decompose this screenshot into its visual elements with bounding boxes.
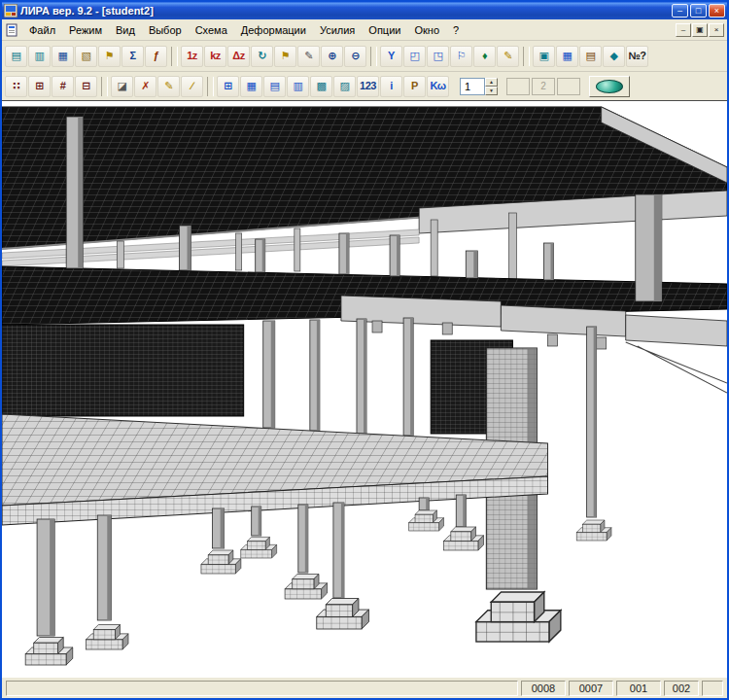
book-report-icon[interactable]: ▤ [579,46,602,67]
menu-forces[interactable]: Усилия [313,21,362,39]
rotate-model-icon[interactable]: ↻ [251,46,273,67]
toolbar-top: ▤▥▦▧⚑Σƒ1zkzΔz↻⚑✎⊕⊖Y◰◳⚐♦✎▣▦▤◆№? [2,41,727,72]
status-end-cell [702,681,723,696]
flag-mark-icon[interactable]: ⚑ [274,46,296,67]
toolbar-button [370,47,376,66]
status-fields: 00080007001002 [521,681,699,696]
toolbar-button [207,77,213,96]
pack-document-icon[interactable]: ▧ [75,46,97,67]
status-field: 0007 [569,681,613,696]
toolbar-button [523,47,529,66]
toolbar-button [171,47,177,66]
window-title: ЛИРА вер. 9.2 - [student2] [20,5,672,17]
menu-items: ФайлРежимВидВыборСхемаДеформацииУсилияОп… [22,21,676,39]
status-message-area [6,681,518,696]
mdi-restore-button[interactable]: ▣ [692,23,708,37]
delete-element-icon[interactable]: ⊟ [75,76,97,97]
menu-select[interactable]: Выбор [142,21,189,39]
menu-view[interactable]: Вид [109,21,142,39]
context-help-icon[interactable]: №? [626,46,648,67]
marker-icon[interactable]: ♦ [473,46,496,67]
flag-sigma-icon[interactable]: Σ [122,46,144,67]
grid-cols-icon[interactable]: ▥ [287,76,309,97]
draw-pencil-icon[interactable]: ✎ [297,46,320,67]
disabled-controls: 2 [506,78,580,95]
render-sphere-icon [596,80,623,93]
spinner-down-button[interactable]: ▼ [485,87,498,95]
menu-scheme[interactable]: Схема [189,21,234,39]
disabled-box [506,78,530,95]
save-view-icon[interactable]: ▦ [556,46,578,67]
new-scheme-icon[interactable]: ▤ [5,46,27,67]
filter-funnel-icon[interactable]: Y [380,46,402,67]
grid-diag-icon[interactable]: ▨ [333,76,356,97]
model-viewport[interactable] [2,101,727,677]
status-field: 002 [664,681,699,696]
toolbar-button [101,77,107,96]
titlebar-close-button[interactable]: × [709,4,725,18]
white-flag-icon[interactable]: ⚐ [450,46,472,67]
mdi-minimize-button[interactable]: – [676,23,691,37]
show-nodes-icon[interactable]: ∷ [5,76,27,97]
open-file-icon[interactable]: ▥ [28,46,51,67]
status-field: 001 [616,681,661,696]
titlebar[interactable]: ЛИРА вер. 9.2 - [student2] –□× [2,2,727,19]
spinner-up-button[interactable]: ▲ [485,78,498,87]
structural-model-svg [2,101,727,677]
ceiling-slab [2,107,727,249]
add-element-icon[interactable]: ⊞ [28,76,51,97]
menu-options[interactable]: Опции [362,21,407,39]
menu-file[interactable]: Файл [22,21,62,39]
mdi-close-button[interactable]: × [709,23,724,37]
app-window: ЛИРА вер. 9.2 - [student2] –□× ФайлРежим… [0,0,729,700]
spatial-model-icon[interactable]: ▣ [533,46,555,67]
window-controls: –□× [672,4,725,18]
axis-1z-icon[interactable]: 1z [181,46,203,67]
disabled-box [557,78,580,95]
cutter-icon[interactable]: ✗ [134,76,156,97]
props-icon[interactable]: P [403,76,426,97]
ruler-icon[interactable]: ∕ [181,76,203,97]
save-file-icon[interactable]: ▦ [52,46,74,67]
menu-window[interactable]: Окно [407,21,446,39]
disabled-box: 2 [532,78,555,95]
mdi-window-controls: –▣× [676,23,724,37]
zoom-out-icon[interactable]: ⊖ [344,46,366,67]
mesh-icon[interactable]: # [52,76,74,97]
eraser-icon[interactable]: ◪ [111,76,133,97]
zoom-in-icon[interactable]: ⊕ [321,46,343,67]
lower-columns [37,495,466,636]
titlebar-maximize-button[interactable]: □ [690,4,707,18]
mesh-wall-blocks [2,325,512,434]
stiffness-icon[interactable]: Kω [427,76,449,97]
grid-hatch-icon[interactable]: ▩ [310,76,332,97]
pencil-icon[interactable]: ✎ [157,76,180,97]
spinner-value[interactable]: 1 [460,78,485,95]
axis-kz-icon[interactable]: kz [204,46,226,67]
flag-f-icon[interactable]: ⚑ [98,46,121,67]
menu-mode[interactable]: Режим [62,21,109,39]
grid-dense-icon[interactable]: ▦ [240,76,262,97]
menu-help[interactable]: ? [446,21,466,39]
axis-dz-icon[interactable]: Δz [227,46,250,67]
render-mode-button[interactable] [589,76,630,97]
package-icon[interactable]: ◆ [603,46,625,67]
flag-fn-icon[interactable]: ƒ [145,46,167,67]
toolbar-bottom: ∷⊞#⊟◪✗✎∕⊞▦▤▥▩▨123iPKω 1 ▲ ▼ 2 [2,72,727,101]
grid-plate-icon[interactable]: ⊞ [217,76,239,97]
grid-rows-icon[interactable]: ▤ [263,76,286,97]
mdi-document-icon [5,23,18,37]
titlebar-minimize-button[interactable]: – [672,4,688,18]
zoom-fragment-icon[interactable]: ◰ [403,46,426,67]
statusbar: 00080007001002 [2,677,727,698]
numbering-icon[interactable]: 123 [357,76,379,97]
menubar: ФайлРежимВидВыборСхемаДеформацииУсилияОп… [2,19,727,41]
status-field: 0008 [521,681,566,696]
display-number-spinner: 1 ▲ ▼ [460,78,498,95]
info-icon[interactable]: i [380,76,402,97]
app-icon [4,4,17,18]
annotate-pen-icon[interactable]: ✎ [497,46,519,67]
menu-deformations[interactable]: Деформации [234,21,313,39]
restore-view-icon[interactable]: ◳ [427,46,449,67]
